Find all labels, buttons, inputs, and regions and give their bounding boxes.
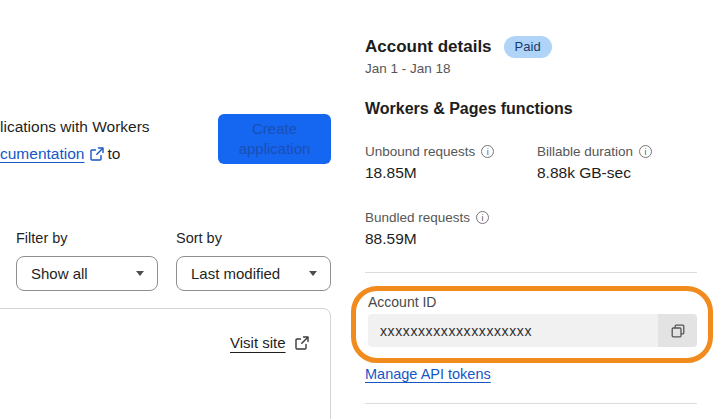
project-card <box>0 308 331 419</box>
sort-dropdown-value: Last modified <box>191 265 280 282</box>
functions-section-title: Workers & Pages functions <box>365 100 573 118</box>
dashboard-screenshot: lications with Workers cumentationto Cre… <box>0 0 718 419</box>
external-link-icon <box>295 336 309 350</box>
filter-dropdown-value: Show all <box>31 265 88 282</box>
documentation-link[interactable]: cumentation <box>0 145 84 162</box>
account-id-label: Account ID <box>368 294 436 310</box>
chevron-down-icon <box>136 271 144 276</box>
intro-after-link: to <box>107 145 120 162</box>
stat-value-unbound: 18.85M <box>365 164 417 182</box>
account-details-title: Account details <box>365 37 492 57</box>
visit-site-label: Visit site <box>230 334 286 351</box>
account-details-header: Account details Paid <box>365 36 552 58</box>
stat-label-bundled: Bundled requests i <box>365 210 489 225</box>
chevron-down-icon <box>309 271 317 276</box>
stat-label-unbound: Unbound requests i <box>365 144 494 159</box>
date-range: Jan 1 - Jan 18 <box>365 61 451 76</box>
info-icon[interactable]: i <box>481 145 494 158</box>
stat-label-text: Unbound requests <box>365 144 475 159</box>
account-id-field <box>368 314 697 347</box>
filter-dropdown[interactable]: Show all <box>16 256 158 291</box>
stat-label-text: Billable duration <box>537 144 633 159</box>
info-icon[interactable]: i <box>639 145 652 158</box>
copy-icon <box>670 323 686 339</box>
sort-dropdown[interactable]: Last modified <box>176 256 331 291</box>
stat-label-text: Bundled requests <box>365 210 470 225</box>
intro-line-1: lications with Workers <box>0 118 150 135</box>
info-icon[interactable]: i <box>476 211 489 224</box>
stat-value-billable: 8.88k GB-sec <box>537 164 631 182</box>
stat-label-billable: Billable duration i <box>537 144 652 159</box>
divider <box>365 272 697 273</box>
sort-by-label: Sort by <box>176 230 222 246</box>
external-link-icon <box>90 142 104 169</box>
account-id-input[interactable] <box>368 314 658 347</box>
filter-by-label: Filter by <box>16 230 68 246</box>
visit-site-link[interactable]: Visit site <box>230 334 309 351</box>
plan-badge: Paid <box>504 36 552 58</box>
divider <box>365 403 697 404</box>
create-application-button[interactable]: Create application <box>218 114 331 164</box>
copy-account-id-button[interactable] <box>658 314 697 347</box>
intro-text: lications with Workers cumentationto <box>0 113 215 169</box>
manage-api-tokens-link[interactable]: Manage API tokens <box>365 366 491 382</box>
stat-value-bundled: 88.59M <box>365 230 417 248</box>
